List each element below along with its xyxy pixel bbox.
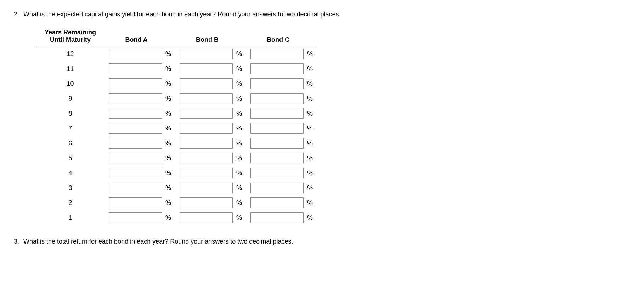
years-cell: 2 [36, 195, 104, 210]
bond-b-input[interactable] [180, 197, 233, 208]
percent-label: % [165, 50, 171, 58]
table-row: 12%%% [36, 46, 317, 61]
bond-a-cell: % [104, 106, 175, 121]
bond-c-input[interactable] [250, 153, 304, 163]
table-row: 8%%% [36, 106, 317, 121]
table-row: 5%%% [36, 151, 317, 166]
bond-c-input[interactable] [250, 108, 304, 119]
bond-b-input[interactable] [180, 123, 233, 134]
bond-b-cell: % [175, 106, 246, 121]
bond-a-cell: % [104, 61, 175, 76]
percent-label: % [165, 95, 171, 102]
bond-b-input[interactable] [180, 63, 233, 74]
percent-label: % [236, 95, 242, 102]
table-row: 9%%% [36, 91, 317, 106]
table-row: 2%%% [36, 195, 317, 210]
bond-a-input[interactable] [109, 49, 162, 59]
bond-b-input[interactable] [180, 108, 233, 119]
bond-c-input[interactable] [250, 78, 304, 89]
bond-a-input[interactable] [109, 123, 162, 134]
bond-a-input[interactable] [109, 63, 162, 74]
bond-c-input[interactable] [250, 183, 304, 193]
bond-a-input[interactable] [109, 183, 162, 193]
question-text-2: What is the expected capital gains yield… [23, 11, 633, 18]
years-cell: 11 [36, 61, 104, 76]
percent-label: % [307, 155, 313, 162]
bond-c-input[interactable] [250, 123, 304, 134]
bond-a-input[interactable] [109, 212, 162, 223]
percent-label: % [236, 80, 242, 88]
bond-a-input[interactable] [109, 138, 162, 149]
percent-label: % [165, 80, 171, 88]
bond-b-cell: % [175, 121, 246, 136]
bond-b-input[interactable] [180, 93, 233, 104]
bond-c-cell: % [246, 210, 317, 225]
bond-c-input[interactable] [250, 138, 304, 149]
bond-c-input[interactable] [250, 212, 304, 223]
bond-c-cell: % [246, 91, 317, 106]
bond-b-input[interactable] [180, 138, 233, 149]
bond-a-cell: % [104, 121, 175, 136]
bond-c-cell: % [246, 121, 317, 136]
years-cell: 6 [36, 136, 104, 151]
table-row: 1%%% [36, 210, 317, 225]
bond-c-input[interactable] [250, 197, 304, 208]
table-row: 4%%% [36, 166, 317, 180]
bond-c-cell: % [246, 46, 317, 61]
bond-c-input[interactable] [250, 49, 304, 59]
bond-b-cell: % [175, 195, 246, 210]
bond-c-cell: % [246, 151, 317, 166]
header-bond-c: Bond C [246, 27, 317, 46]
bond-b-cell: % [175, 151, 246, 166]
bond-b-cell: % [175, 76, 246, 91]
percent-label: % [307, 50, 313, 58]
table-row: 11%%% [36, 61, 317, 76]
bond-b-input[interactable] [180, 153, 233, 163]
bond-b-cell: % [175, 46, 246, 61]
bond-c-input[interactable] [250, 168, 304, 178]
bond-b-input[interactable] [180, 212, 233, 223]
bond-c-cell: % [246, 195, 317, 210]
years-cell: 1 [36, 210, 104, 225]
bond-b-cell: % [175, 210, 246, 225]
header-years-remaining: Years Remaining Until Maturity [36, 27, 104, 46]
bond-b-input[interactable] [180, 168, 233, 178]
bond-a-input[interactable] [109, 197, 162, 208]
question-number-3: 3. [11, 238, 19, 245]
bond-a-cell: % [104, 180, 175, 195]
bond-b-input[interactable] [180, 49, 233, 59]
bond-yield-table-wrap: Years Remaining Until Maturity Bond A Bo… [36, 27, 633, 225]
bond-b-input[interactable] [180, 78, 233, 89]
years-cell: 4 [36, 166, 104, 180]
question-2: 2. What is the expected capital gains yi… [11, 11, 633, 18]
bond-a-input[interactable] [109, 108, 162, 119]
bond-b-input[interactable] [180, 183, 233, 193]
percent-label: % [236, 199, 242, 207]
years-cell: 9 [36, 91, 104, 106]
bond-a-input[interactable] [109, 168, 162, 178]
bond-b-cell: % [175, 180, 246, 195]
bond-a-cell: % [104, 151, 175, 166]
percent-label: % [165, 65, 171, 73]
percent-label: % [165, 125, 171, 132]
years-cell: 7 [36, 121, 104, 136]
bond-b-cell: % [175, 166, 246, 180]
bond-a-input[interactable] [109, 93, 162, 104]
bond-a-cell: % [104, 46, 175, 61]
bond-a-cell: % [104, 166, 175, 180]
percent-label: % [307, 199, 313, 207]
question-number-2: 2. [11, 11, 19, 18]
bond-c-cell: % [246, 106, 317, 121]
percent-label: % [165, 140, 171, 147]
table-row: 10%%% [36, 76, 317, 91]
years-cell: 10 [36, 76, 104, 91]
bond-c-cell: % [246, 180, 317, 195]
bond-a-input[interactable] [109, 78, 162, 89]
percent-label: % [307, 95, 313, 102]
bond-a-input[interactable] [109, 153, 162, 163]
percent-label: % [307, 125, 313, 132]
bond-c-input[interactable] [250, 63, 304, 74]
bond-c-input[interactable] [250, 93, 304, 104]
percent-label: % [236, 110, 242, 117]
bond-c-cell: % [246, 136, 317, 151]
